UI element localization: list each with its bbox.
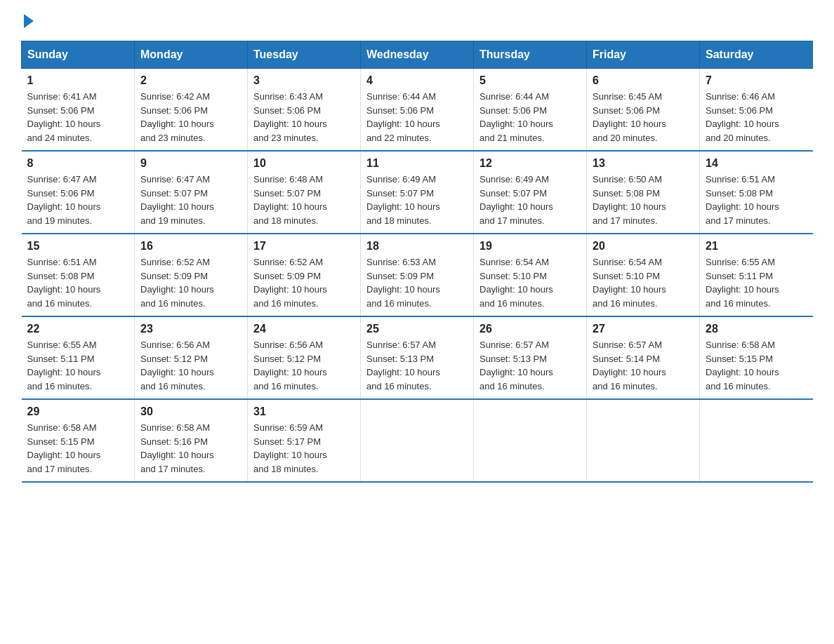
- col-sunday: Sunday: [22, 41, 135, 69]
- table-row: [474, 399, 587, 482]
- day-number: 2: [140, 74, 241, 87]
- day-info: Sunrise: 6:54 AMSunset: 5:10 PMDaylight:…: [479, 257, 553, 309]
- logo-blue-text: [21, 14, 34, 28]
- calendar-header-row: Sunday Monday Tuesday Wednesday Thursday…: [22, 41, 813, 69]
- day-number: 7: [706, 74, 807, 87]
- col-thursday: Thursday: [474, 41, 587, 69]
- day-info: Sunrise: 6:58 AMSunset: 5:15 PMDaylight:…: [27, 422, 101, 474]
- day-number: 4: [366, 74, 468, 87]
- day-number: 12: [479, 157, 581, 170]
- table-row: 7Sunrise: 6:46 AMSunset: 5:06 PMDaylight…: [700, 69, 813, 152]
- day-info: Sunrise: 6:49 AMSunset: 5:07 PMDaylight:…: [479, 174, 553, 226]
- day-info: Sunrise: 6:41 AMSunset: 5:06 PMDaylight:…: [27, 91, 101, 143]
- day-number: 1: [27, 74, 129, 87]
- day-number: 3: [253, 74, 355, 87]
- day-number: 26: [479, 323, 581, 335]
- day-number: 29: [27, 405, 129, 418]
- col-friday: Friday: [587, 41, 700, 69]
- page-header: [21, 14, 813, 28]
- day-number: 30: [140, 405, 241, 418]
- table-row: 5Sunrise: 6:44 AMSunset: 5:06 PMDaylight…: [474, 69, 587, 152]
- logo: [21, 14, 34, 28]
- table-row: [700, 399, 813, 482]
- table-row: 2Sunrise: 6:42 AMSunset: 5:06 PMDaylight…: [135, 69, 248, 152]
- table-row: 22Sunrise: 6:55 AMSunset: 5:11 PMDayligh…: [22, 316, 135, 399]
- day-info: Sunrise: 6:55 AMSunset: 5:11 PMDaylight:…: [27, 340, 101, 391]
- day-number: 23: [140, 323, 241, 335]
- day-info: Sunrise: 6:58 AMSunset: 5:15 PMDaylight:…: [706, 340, 779, 391]
- table-row: 20Sunrise: 6:54 AMSunset: 5:10 PMDayligh…: [587, 234, 700, 316]
- day-info: Sunrise: 6:50 AMSunset: 5:08 PMDaylight:…: [593, 174, 666, 226]
- day-info: Sunrise: 6:57 AMSunset: 5:13 PMDaylight:…: [366, 340, 440, 391]
- table-row: 11Sunrise: 6:49 AMSunset: 5:07 PMDayligh…: [361, 151, 474, 234]
- day-info: Sunrise: 6:55 AMSunset: 5:11 PMDaylight:…: [706, 257, 779, 309]
- day-number: 22: [27, 323, 129, 335]
- day-info: Sunrise: 6:52 AMSunset: 5:09 PMDaylight:…: [253, 257, 327, 309]
- day-number: 10: [253, 157, 355, 170]
- table-row: 3Sunrise: 6:43 AMSunset: 5:06 PMDaylight…: [248, 69, 361, 152]
- table-row: 12Sunrise: 6:49 AMSunset: 5:07 PMDayligh…: [474, 151, 587, 234]
- calendar-week-row: 1Sunrise: 6:41 AMSunset: 5:06 PMDaylight…: [22, 69, 813, 152]
- day-info: Sunrise: 6:48 AMSunset: 5:07 PMDaylight:…: [253, 174, 327, 226]
- day-number: 13: [593, 157, 694, 170]
- table-row: 15Sunrise: 6:51 AMSunset: 5:08 PMDayligh…: [22, 234, 135, 316]
- day-number: 31: [253, 405, 355, 418]
- day-info: Sunrise: 6:43 AMSunset: 5:06 PMDaylight:…: [253, 91, 327, 143]
- day-info: Sunrise: 6:54 AMSunset: 5:10 PMDaylight:…: [593, 257, 666, 309]
- table-row: [587, 399, 700, 482]
- table-row: 4Sunrise: 6:44 AMSunset: 5:06 PMDaylight…: [361, 69, 474, 152]
- table-row: 31Sunrise: 6:59 AMSunset: 5:17 PMDayligh…: [248, 399, 361, 482]
- day-info: Sunrise: 6:46 AMSunset: 5:06 PMDaylight:…: [706, 91, 779, 143]
- day-info: Sunrise: 6:56 AMSunset: 5:12 PMDaylight:…: [140, 340, 214, 391]
- calendar-week-row: 15Sunrise: 6:51 AMSunset: 5:08 PMDayligh…: [22, 234, 813, 316]
- day-number: 11: [366, 157, 468, 170]
- day-info: Sunrise: 6:44 AMSunset: 5:06 PMDaylight:…: [366, 91, 440, 143]
- calendar-week-row: 22Sunrise: 6:55 AMSunset: 5:11 PMDayligh…: [22, 316, 813, 399]
- day-number: 25: [366, 323, 468, 335]
- day-info: Sunrise: 6:42 AMSunset: 5:06 PMDaylight:…: [140, 91, 214, 143]
- table-row: 8Sunrise: 6:47 AMSunset: 5:06 PMDaylight…: [22, 151, 135, 234]
- table-row: 9Sunrise: 6:47 AMSunset: 5:07 PMDaylight…: [135, 151, 248, 234]
- day-number: 6: [593, 74, 694, 87]
- day-number: 15: [27, 240, 129, 253]
- day-number: 9: [140, 157, 241, 170]
- day-number: 8: [27, 157, 129, 170]
- day-info: Sunrise: 6:51 AMSunset: 5:08 PMDaylight:…: [706, 174, 779, 226]
- col-wednesday: Wednesday: [361, 41, 474, 69]
- day-info: Sunrise: 6:51 AMSunset: 5:08 PMDaylight:…: [27, 257, 101, 309]
- day-info: Sunrise: 6:57 AMSunset: 5:13 PMDaylight:…: [479, 340, 553, 391]
- day-number: 14: [706, 157, 807, 170]
- day-info: Sunrise: 6:57 AMSunset: 5:14 PMDaylight:…: [593, 340, 666, 391]
- table-row: 29Sunrise: 6:58 AMSunset: 5:15 PMDayligh…: [22, 399, 135, 482]
- table-row: 25Sunrise: 6:57 AMSunset: 5:13 PMDayligh…: [361, 316, 474, 399]
- col-saturday: Saturday: [700, 41, 813, 69]
- table-row: 27Sunrise: 6:57 AMSunset: 5:14 PMDayligh…: [587, 316, 700, 399]
- table-row: 17Sunrise: 6:52 AMSunset: 5:09 PMDayligh…: [248, 234, 361, 316]
- table-row: 10Sunrise: 6:48 AMSunset: 5:07 PMDayligh…: [248, 151, 361, 234]
- day-number: 24: [253, 323, 355, 335]
- table-row: 18Sunrise: 6:53 AMSunset: 5:09 PMDayligh…: [361, 234, 474, 316]
- table-row: 30Sunrise: 6:58 AMSunset: 5:16 PMDayligh…: [135, 399, 248, 482]
- table-row: 28Sunrise: 6:58 AMSunset: 5:15 PMDayligh…: [700, 316, 813, 399]
- table-row: 16Sunrise: 6:52 AMSunset: 5:09 PMDayligh…: [135, 234, 248, 316]
- col-monday: Monday: [135, 41, 248, 69]
- table-row: 1Sunrise: 6:41 AMSunset: 5:06 PMDaylight…: [22, 69, 135, 152]
- day-number: 17: [253, 240, 355, 253]
- day-number: 28: [706, 323, 807, 335]
- day-info: Sunrise: 6:47 AMSunset: 5:07 PMDaylight:…: [140, 174, 214, 226]
- table-row: 23Sunrise: 6:56 AMSunset: 5:12 PMDayligh…: [135, 316, 248, 399]
- day-info: Sunrise: 6:49 AMSunset: 5:07 PMDaylight:…: [366, 174, 440, 226]
- calendar-week-row: 8Sunrise: 6:47 AMSunset: 5:06 PMDaylight…: [22, 151, 813, 234]
- day-number: 5: [479, 74, 581, 87]
- table-row: 21Sunrise: 6:55 AMSunset: 5:11 PMDayligh…: [700, 234, 813, 316]
- table-row: [361, 399, 474, 482]
- day-number: 16: [140, 240, 241, 253]
- day-number: 20: [593, 240, 694, 253]
- day-number: 18: [366, 240, 468, 253]
- table-row: 6Sunrise: 6:45 AMSunset: 5:06 PMDaylight…: [587, 69, 700, 152]
- day-info: Sunrise: 6:53 AMSunset: 5:09 PMDaylight:…: [366, 257, 440, 309]
- table-row: 24Sunrise: 6:56 AMSunset: 5:12 PMDayligh…: [248, 316, 361, 399]
- col-tuesday: Tuesday: [248, 41, 361, 69]
- table-row: 14Sunrise: 6:51 AMSunset: 5:08 PMDayligh…: [700, 151, 813, 234]
- calendar-table: Sunday Monday Tuesday Wednesday Thursday…: [21, 41, 813, 483]
